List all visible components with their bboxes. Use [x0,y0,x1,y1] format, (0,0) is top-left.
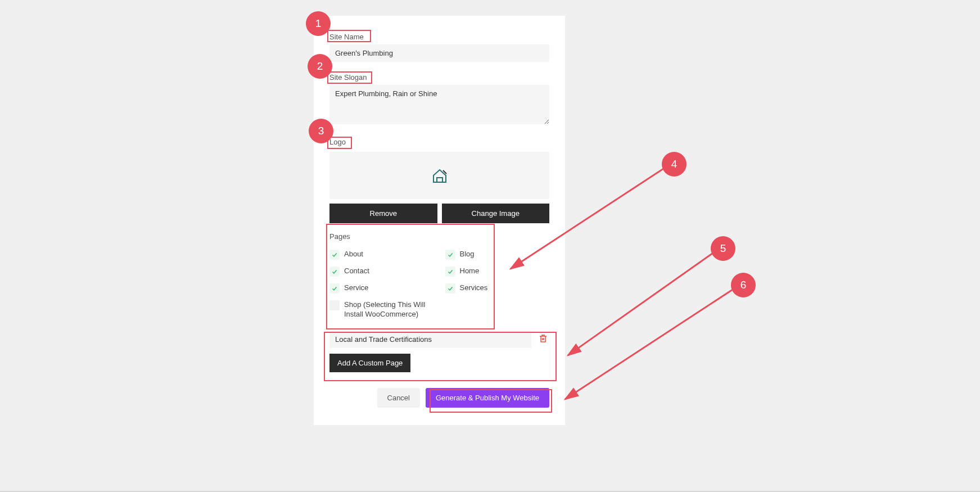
anno-arrow-6 [554,284,742,410]
check-icon [331,251,338,258]
page-label-blog: Blog [460,250,475,259]
svg-line-1 [568,253,713,355]
page-checkbox-shop[interactable] [329,300,340,310]
anno-num-3: 3 [318,125,324,137]
anno-circle-3: 3 [309,119,333,143]
add-custom-page-button[interactable]: Add A Custom Page [329,354,410,372]
house-logo-icon [431,168,448,183]
page-checkbox-about[interactable] [329,250,340,260]
page-label-services: Services [460,283,488,293]
page-label-home: Home [460,267,480,276]
page-checkbox-service[interactable] [329,283,340,294]
pages-label: Pages [329,232,350,241]
site-slogan-block: Site Slogan [329,72,549,127]
page-checkbox-blog[interactable] [445,250,455,260]
check-icon [331,285,338,292]
remove-button[interactable]: Remove [329,204,437,223]
anno-circle-4: 4 [662,152,687,177]
custom-page-row [329,331,549,348]
page-label-shop: Shop (Selecting This Will Install WooCom… [344,300,434,319]
page-item-services: Services [445,283,550,294]
page-checkbox-home[interactable] [445,267,455,277]
site-slogan-input[interactable] [329,85,549,124]
page-item-contact: Contact [329,267,434,277]
page-item-about: About [329,250,434,260]
anno-circle-2: 2 [308,54,332,79]
generate-publish-button[interactable]: Generate & Publish My Website [426,388,549,408]
page-label-contact: Contact [344,267,369,276]
anno-num-5: 5 [720,242,726,255]
anno-circle-6: 6 [731,273,756,297]
site-name-block: Site Name [329,31,549,62]
site-name-input[interactable] [329,44,549,62]
settings-panel: Site Name Site Slogan Logo Remove Change… [314,16,565,425]
site-slogan-label: Site Slogan [329,73,367,82]
check-icon [447,285,454,292]
delete-custom-page-button[interactable] [537,332,549,347]
page-item-home: Home [445,267,550,277]
trash-icon [539,334,547,343]
anno-circle-5: 5 [711,236,735,261]
logo-block: Logo Remove Change Image [329,137,549,223]
anno-circle-1: 1 [306,11,331,36]
anno-arrow-5 [557,247,722,363]
anno-num-1: 1 [315,17,322,30]
logo-preview [329,152,549,199]
custom-page-input[interactable] [329,331,531,348]
page-item-shop: Shop (Selecting This Will Install WooCom… [329,300,434,319]
check-icon [447,251,454,258]
site-name-label: Site Name [329,33,364,41]
page-label-about: About [344,250,363,259]
page-checkbox-services[interactable] [445,283,455,294]
pages-block: Pages About Blog Contact Home Service [329,231,549,319]
footer-row: Cancel Generate & Publish My Website [329,388,549,408]
check-icon [331,268,338,275]
logo-button-row: Remove Change Image [329,204,549,223]
anno-num-4: 4 [671,158,678,170]
anno-num-6: 6 [740,279,747,291]
check-icon [447,268,454,275]
page-label-service: Service [344,283,368,293]
pages-grid: About Blog Contact Home Service Services [329,250,549,319]
logo-label: Logo [329,138,346,146]
svg-line-2 [565,290,733,399]
anno-num-2: 2 [317,60,323,73]
page-item-service: Service [329,283,434,294]
cancel-button[interactable]: Cancel [377,388,420,408]
change-image-button[interactable]: Change Image [442,204,550,223]
page-item-blog: Blog [445,250,550,260]
page-checkbox-contact[interactable] [329,267,340,277]
